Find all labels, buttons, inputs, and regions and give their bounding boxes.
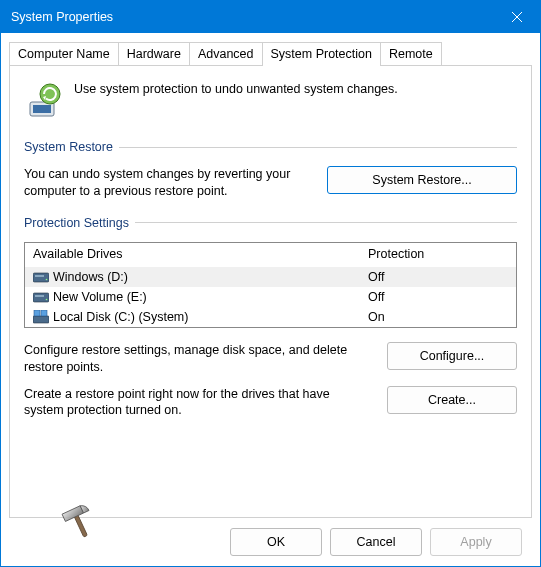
tab-hardware[interactable]: Hardware [118, 42, 190, 65]
divider [135, 222, 517, 223]
svg-rect-12 [34, 310, 40, 316]
system-properties-window: System Properties Computer Name Hardware… [0, 0, 541, 567]
intro-text: Use system protection to undo unwanted s… [74, 80, 398, 120]
drive-icon [33, 270, 49, 284]
intro-row: Use system protection to undo unwanted s… [24, 80, 517, 120]
tab-remote[interactable]: Remote [380, 42, 442, 65]
apply-button[interactable]: Apply [430, 528, 522, 556]
dialog-footer: OK Cancel Apply [9, 518, 532, 566]
client-area: Computer Name Hardware Advanced System P… [1, 33, 540, 566]
ok-button[interactable]: OK [230, 528, 322, 556]
tab-advanced[interactable]: Advanced [189, 42, 263, 65]
tab-system-protection[interactable]: System Protection [262, 42, 381, 66]
drives-list[interactable]: Available Drives Protection Windows (D:)… [24, 242, 517, 328]
group-title-restore: System Restore [24, 140, 113, 154]
svg-rect-13 [41, 310, 47, 316]
svg-rect-5 [33, 273, 49, 282]
system-restore-button[interactable]: System Restore... [327, 166, 517, 194]
drive-name: Windows (D:) [53, 270, 128, 284]
group-system-restore: System Restore You can undo system chang… [24, 140, 517, 200]
drive-name: Local Disk (C:) (System) [53, 310, 188, 324]
configure-button[interactable]: Configure... [387, 342, 517, 370]
svg-rect-11 [33, 316, 49, 323]
drives-header: Available Drives Protection [25, 243, 516, 267]
close-button[interactable] [494, 1, 540, 33]
create-button[interactable]: Create... [387, 386, 517, 414]
tab-strip: Computer Name Hardware Advanced System P… [9, 41, 532, 65]
drive-status: Off [368, 270, 508, 284]
drive-status: Off [368, 290, 508, 304]
svg-rect-9 [35, 295, 44, 297]
titlebar: System Properties [1, 1, 540, 33]
window-title: System Properties [11, 10, 494, 24]
restore-description: You can undo system changes by reverting… [24, 166, 311, 200]
drive-row[interactable]: New Volume (E:)Off [25, 287, 516, 307]
svg-rect-8 [33, 293, 49, 302]
group-protection-settings: Protection Settings Available Drives Pro… [24, 216, 517, 420]
svg-point-10 [46, 298, 48, 300]
drive-row[interactable]: Local Disk (C:) (System)On [25, 307, 516, 327]
tab-page: Use system protection to undo unwanted s… [9, 65, 532, 518]
svg-point-7 [46, 278, 48, 280]
drive-name: New Volume (E:) [53, 290, 147, 304]
svg-rect-3 [33, 105, 51, 113]
tab-computer-name[interactable]: Computer Name [9, 42, 119, 65]
header-protection: Protection [368, 247, 508, 261]
create-description: Create a restore point right now for the… [24, 386, 371, 420]
configure-description: Configure restore settings, manage disk … [24, 342, 371, 376]
close-icon [511, 11, 523, 23]
drive-row[interactable]: Windows (D:)Off [25, 267, 516, 287]
header-available-drives: Available Drives [33, 247, 368, 261]
cancel-button[interactable]: Cancel [330, 528, 422, 556]
svg-rect-6 [35, 275, 44, 277]
divider [119, 147, 517, 148]
drive-status: On [368, 310, 508, 324]
group-title-protection: Protection Settings [24, 216, 129, 230]
drive-icon [33, 290, 49, 304]
drive-icon [33, 310, 49, 324]
system-protection-icon [24, 80, 64, 120]
